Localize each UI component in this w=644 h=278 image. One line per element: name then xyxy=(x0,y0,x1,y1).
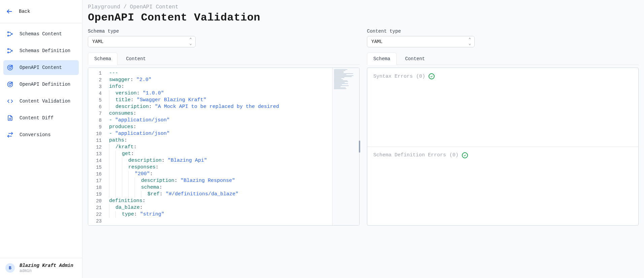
chevron-updown-icon: ⌃⌄ xyxy=(190,38,192,46)
schema-pane: Schema type YAML ⌃⌄ SchemaContent 123456… xyxy=(88,29,360,226)
tab-content[interactable]: Content xyxy=(399,52,431,65)
sidebar-item-openapi-content[interactable]: OpenAPI Content xyxy=(3,60,79,75)
main: Playground / OpenAPI Content OpenAPI Con… xyxy=(82,0,644,278)
target-icon xyxy=(7,64,13,71)
breadcrumb-current: OpenAPI Content xyxy=(130,4,178,10)
sidebar-item-label: OpenAPI Content xyxy=(20,65,62,70)
chevron-updown-icon: ⌃⌄ xyxy=(469,38,471,46)
check-circle-icon xyxy=(462,152,468,158)
user-name: Blazing Kraft Admin xyxy=(20,263,73,269)
avatar[interactable]: B xyxy=(5,263,15,273)
sidebar-footer: B Blazing Kraft Admin admin xyxy=(0,258,82,278)
errors-panel: Syntax Errors (0)Schema Definition Error… xyxy=(367,68,639,226)
sidebar-nav: Schemas ContentSchemas DefinitionOpenAPI… xyxy=(0,23,82,258)
error-count: (0) xyxy=(449,152,459,158)
content-type-select[interactable]: YAML ⌃⌄ xyxy=(367,36,475,47)
sidebar-item-openapi-definition[interactable]: OpenAPI Definition xyxy=(3,77,79,92)
content-type-label: Content type xyxy=(367,29,639,34)
error-count: (0) xyxy=(416,74,425,79)
error-section-syntax-errors: Syntax Errors (0) xyxy=(367,68,638,147)
svg-point-3 xyxy=(11,33,12,34)
sidebar-item-schemas-content[interactable]: Schemas Content xyxy=(3,27,79,41)
page-title: OpenAPI Content Validation xyxy=(88,11,639,24)
check-circle-icon xyxy=(429,73,435,79)
editor-gutter: 1234567891011121314151617181920212223 xyxy=(88,68,104,225)
schema-type-value: YAML xyxy=(88,36,195,47)
target-icon xyxy=(7,81,13,88)
breadcrumb-parent[interactable]: Playground xyxy=(88,4,120,10)
schema-type-select[interactable]: YAML ⌃⌄ xyxy=(88,36,196,47)
tab-schema[interactable]: Schema xyxy=(88,52,117,65)
sidebar-item-schemas-definition[interactable]: Schemas Definition xyxy=(3,43,79,58)
swap-icon xyxy=(7,131,13,138)
sidebar-item-label: Content Diff xyxy=(20,115,54,121)
code-icon xyxy=(7,98,13,105)
editor-minimap[interactable] xyxy=(332,68,359,225)
error-section-schema-definition-errors: Schema Definition Errors (0) xyxy=(367,147,638,226)
sidebar-item-label: OpenAPI Definition xyxy=(20,82,70,87)
editor-code[interactable]: ---swagger: "2.0"info: version: "1.0.0" … xyxy=(104,68,332,225)
sidebar: Back Schemas ContentSchemas DefinitionOp… xyxy=(0,0,82,278)
tab-schema[interactable]: Schema xyxy=(367,52,397,65)
code-editor[interactable]: 1234567891011121314151617181920212223 --… xyxy=(88,68,360,226)
error-heading: Syntax Errors (0) xyxy=(373,73,632,79)
breadcrumb-sep: / xyxy=(124,4,127,10)
back-label: Back xyxy=(19,9,30,14)
breadcrumb: Playground / OpenAPI Content xyxy=(88,4,639,10)
content-pane: Content type YAML ⌃⌄ SchemaContent Synta… xyxy=(367,29,639,226)
error-title: Schema Definition Errors xyxy=(373,152,446,158)
right-tabs: SchemaContent xyxy=(367,52,639,65)
sidebar-item-label: Schemas Content xyxy=(20,31,62,37)
error-heading: Schema Definition Errors (0) xyxy=(373,152,632,158)
left-tabs: SchemaContent xyxy=(88,52,360,65)
schema-icon xyxy=(7,31,13,37)
svg-point-6 xyxy=(11,50,12,51)
sidebar-item-conversions[interactable]: Conversions xyxy=(3,127,79,142)
pane-resize-handle[interactable] xyxy=(359,141,360,153)
sidebar-item-label: Content Validation xyxy=(20,98,70,104)
user-block: Blazing Kraft Admin admin xyxy=(20,263,73,273)
sidebar-item-content-validation[interactable]: Content Validation xyxy=(3,94,79,109)
sidebar-item-label: Schemas Definition xyxy=(20,48,70,53)
arrow-left-icon xyxy=(6,8,13,15)
schema-icon xyxy=(7,47,13,54)
sidebar-item-content-diff[interactable]: Content Diff xyxy=(3,111,79,125)
back-button[interactable]: Back xyxy=(3,5,79,18)
panes: Schema type YAML ⌃⌄ SchemaContent 123456… xyxy=(88,29,639,226)
sidebar-top: Back xyxy=(0,0,82,23)
schema-type-label: Schema type xyxy=(88,29,360,34)
tab-content[interactable]: Content xyxy=(120,52,152,65)
sidebar-item-label: Conversions xyxy=(20,132,50,137)
doc-icon xyxy=(7,115,13,121)
content-type-value: YAML xyxy=(367,36,474,47)
error-title: Syntax Errors xyxy=(373,74,413,79)
user-role: admin xyxy=(20,269,73,273)
